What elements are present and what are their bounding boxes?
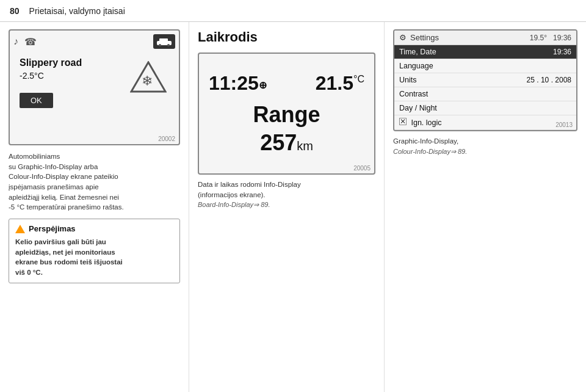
km-unit: km <box>297 139 313 153</box>
right-column: ⚙ Settings 19.5° 19:36 Time, Date 19:36 … <box>385 22 586 392</box>
image-number-left: 20002 <box>158 136 175 142</box>
settings-row-units[interactable]: Units 25 . 10 . 2008 <box>394 73 576 87</box>
settings-row-contrast[interactable]: Contrast <box>394 87 576 101</box>
settings-row-label: Day / Night <box>399 104 437 112</box>
settings-header: ⚙ Settings 19.5° 19:36 <box>394 31 576 45</box>
svg-text:❄: ❄ <box>142 73 153 89</box>
settings-display: ⚙ Settings 19.5° 19:36 Time, Date 19:36 … <box>393 29 577 131</box>
km-number: 257 <box>260 130 297 155</box>
header-time: 19:36 <box>553 34 571 42</box>
image-number-right: 20013 <box>555 122 573 128</box>
info-temp-value: 21.5°C <box>316 72 364 95</box>
info-temp-group: 21.5°C <box>316 72 364 95</box>
info-time-row: 11:25⊕ 21.5°C <box>199 72 374 95</box>
right-caption-italic: Colour-Info-Display⇒ 89. <box>393 148 467 155</box>
phone-icon: ☎ <box>24 36 37 48</box>
settings-row-label: Language <box>399 62 433 70</box>
ign-logic-checkbox[interactable] <box>399 118 407 125</box>
settings-row-language[interactable]: Language <box>394 59 576 73</box>
mid-caption: Data ir laikas rodomi Info-Display(infor… <box>198 180 375 210</box>
settings-row-label: Contrast <box>399 90 428 98</box>
svg-rect-1 <box>159 38 168 42</box>
settings-row-value: 19:36 <box>553 48 571 56</box>
time-value: 11:25 <box>209 72 259 95</box>
left-column: ♪ ☎ Slippery road -2.5°C OK <box>0 22 189 392</box>
settings-row-value: 25 . 10 . 2008 <box>527 76 571 84</box>
left-caption: Automobiliniamssu Graphic-Info-Display a… <box>9 151 180 212</box>
page-title: Prietaisai, valdymo įtaisai <box>29 6 125 16</box>
info-time: 11:25⊕ <box>209 72 267 95</box>
page-number: 80 <box>10 6 20 16</box>
km-value: 257km <box>260 130 313 156</box>
settings-row-day-night[interactable]: Day / Night <box>394 101 576 115</box>
ok-button[interactable]: OK <box>20 93 53 108</box>
warning-box-title: Perspėjimas <box>15 224 173 233</box>
time-sub: ⊕ <box>259 79 267 91</box>
warning-triangle-icon: ❄ <box>130 61 167 93</box>
ign-logic-label: Ign. logic <box>411 118 441 127</box>
right-caption: Graphic-Info-Display, Colour-Info-Displa… <box>393 136 577 157</box>
warning-box-title-text: Perspėjimas <box>29 224 76 233</box>
display-icons: ♪ ☎ <box>13 36 37 48</box>
range-label: Range <box>253 102 320 128</box>
header-temp: 19.5° <box>530 34 547 42</box>
info-time-group: 11:25⊕ <box>209 72 267 95</box>
temp-unit: °C <box>353 74 364 84</box>
settings-icon: ⚙ <box>399 33 407 42</box>
warning-box-body: Kelio paviršius gali būti jauapleidžiąs,… <box>15 237 173 278</box>
settings-label: Settings <box>410 33 439 42</box>
settings-header-right: 19.5° 19:36 <box>530 34 571 42</box>
settings-row-ign-logic[interactable]: Ign. logic <box>394 115 576 130</box>
left-caption-text: Automobiliniamssu Graphic-Info-Display a… <box>9 151 180 212</box>
warning-box: Perspėjimas Kelio paviršius gali būti ja… <box>9 219 180 283</box>
car-warning-display: ♪ ☎ Slippery road -2.5°C OK <box>9 29 180 145</box>
display-top-bar: ♪ ☎ <box>13 34 175 49</box>
section-title: Laikrodis <box>198 29 375 45</box>
settings-row-time-date[interactable]: Time, Date 19:36 <box>394 45 576 59</box>
middle-column: Laikrodis 11:25⊕ 21.5°C Range 257km 2 <box>189 22 385 392</box>
svg-point-2 <box>159 44 161 46</box>
image-number-mid: 20005 <box>353 165 371 172</box>
mid-caption-italic: Board-Info-Display⇒ 89. <box>198 201 270 208</box>
temp-number: 21.5 <box>316 72 353 94</box>
info-display: 11:25⊕ 21.5°C Range 257km 20005 <box>198 53 375 175</box>
settings-row-label: Units <box>399 76 416 84</box>
main-content: ♪ ☎ Slippery road -2.5°C OK <box>0 22 586 392</box>
music-icon: ♪ <box>13 36 18 47</box>
page-header: 80 Prietaisai, valdymo įtaisai <box>0 0 586 22</box>
settings-row-label: Ign. logic <box>399 118 442 127</box>
car-icon <box>153 34 175 49</box>
settings-row-label: Time, Date <box>399 48 436 56</box>
svg-point-3 <box>167 44 170 46</box>
warning-triangle-icon-small <box>15 225 25 233</box>
settings-header-left: ⚙ Settings <box>399 33 439 42</box>
